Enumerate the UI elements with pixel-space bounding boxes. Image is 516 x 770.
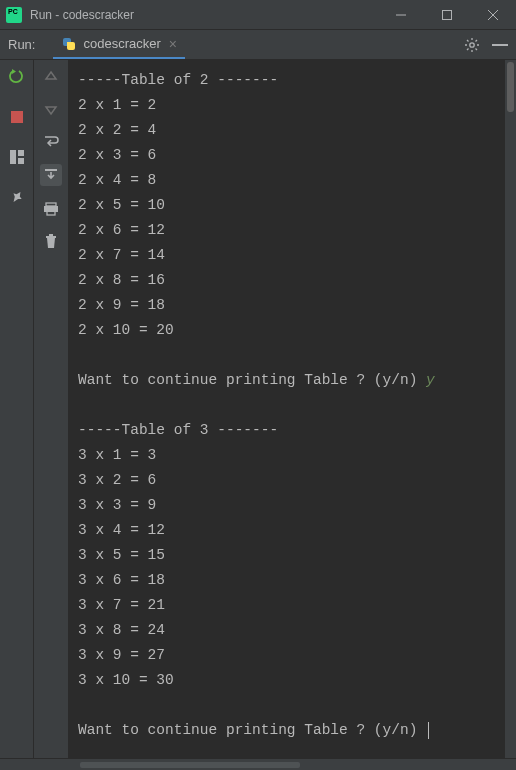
- console-line: 3 x 7 = 21: [78, 593, 506, 618]
- down-arrow-icon[interactable]: [42, 100, 60, 118]
- minimize-button[interactable]: [378, 0, 424, 29]
- scroll-to-end-icon[interactable]: [40, 164, 62, 186]
- svg-rect-6: [11, 111, 23, 123]
- console-line: 3 x 2 = 6: [78, 468, 506, 493]
- console-line: 3 x 9 = 27: [78, 643, 506, 668]
- svg-rect-11: [46, 203, 56, 206]
- title-bar: Run - codescracker: [0, 0, 516, 30]
- console-line: 2 x 7 = 14: [78, 243, 506, 268]
- python-icon: [61, 36, 77, 52]
- console-line: 3 x 3 = 9: [78, 493, 506, 518]
- gear-icon[interactable]: [464, 37, 480, 53]
- svg-rect-12: [44, 206, 58, 212]
- trash-icon[interactable]: [42, 232, 60, 250]
- status-bar: [0, 758, 516, 770]
- console-line: 2 x 4 = 8: [78, 168, 506, 193]
- window-controls: [378, 0, 516, 29]
- console-line: 2 x 9 = 18: [78, 293, 506, 318]
- stop-icon[interactable]: [8, 108, 26, 126]
- rerun-icon[interactable]: [8, 68, 26, 86]
- console-line: [78, 693, 506, 718]
- pycharm-icon: [6, 7, 22, 23]
- svg-rect-10: [45, 169, 57, 171]
- console-line: 3 x 1 = 3: [78, 443, 506, 468]
- caret: [428, 722, 429, 739]
- svg-rect-1: [443, 10, 452, 19]
- left-gutter-primary: [0, 60, 34, 758]
- svg-point-4: [470, 42, 474, 46]
- vertical-scrollbar[interactable]: [505, 60, 516, 758]
- console-line: 2 x 3 = 6: [78, 143, 506, 168]
- console-line: 2 x 5 = 10: [78, 193, 506, 218]
- console-line: 3 x 10 = 30: [78, 668, 506, 693]
- console-line: -----Table of 3 -------: [78, 418, 506, 443]
- console-line: 2 x 8 = 16: [78, 268, 506, 293]
- svg-rect-5: [492, 44, 508, 46]
- console-line: 3 x 8 = 24: [78, 618, 506, 643]
- console-line: 2 x 10 = 20: [78, 318, 506, 343]
- run-label: Run:: [8, 37, 35, 52]
- close-button[interactable]: [470, 0, 516, 29]
- console-output[interactable]: -----Table of 2 ------- 2 x 1 = 2 2 x 2 …: [68, 60, 516, 758]
- soft-wrap-icon[interactable]: [42, 132, 60, 150]
- svg-rect-14: [46, 236, 56, 238]
- svg-rect-15: [49, 234, 53, 236]
- window-title: Run - codescracker: [30, 8, 378, 22]
- run-tab-bar: Run: codescracker ×: [0, 30, 516, 60]
- svg-rect-7: [10, 150, 16, 164]
- pin-icon[interactable]: [8, 188, 26, 206]
- svg-rect-8: [18, 150, 24, 156]
- left-gutter-secondary: [34, 60, 68, 758]
- maximize-button[interactable]: [424, 0, 470, 29]
- console-line: 2 x 6 = 12: [78, 218, 506, 243]
- tab-label: codescracker: [83, 36, 160, 51]
- up-arrow-icon[interactable]: [42, 68, 60, 86]
- hide-panel-icon[interactable]: [492, 43, 508, 47]
- print-icon[interactable]: [42, 200, 60, 218]
- close-tab-icon[interactable]: ×: [169, 37, 177, 51]
- user-input: y: [426, 372, 435, 388]
- scroll-thumb[interactable]: [507, 62, 514, 112]
- console-line: 2 x 2 = 4: [78, 118, 506, 143]
- layout-icon[interactable]: [8, 148, 26, 166]
- console-line: 3 x 5 = 15: [78, 543, 506, 568]
- console-line: -----Table of 2 -------: [78, 68, 506, 93]
- console-line: 2 x 1 = 2: [78, 93, 506, 118]
- console-prompt: Want to continue printing Table ? (y/n): [78, 718, 506, 743]
- run-config-tab[interactable]: codescracker ×: [53, 30, 185, 59]
- main-area: -----Table of 2 ------- 2 x 1 = 2 2 x 2 …: [0, 60, 516, 758]
- console-line: 3 x 4 = 12: [78, 518, 506, 543]
- console-prompt: Want to continue printing Table ? (y/n) …: [78, 368, 506, 393]
- console-line: [78, 343, 506, 368]
- console-line: 3 x 6 = 18: [78, 568, 506, 593]
- console-line: [78, 393, 506, 418]
- svg-rect-9: [18, 158, 24, 164]
